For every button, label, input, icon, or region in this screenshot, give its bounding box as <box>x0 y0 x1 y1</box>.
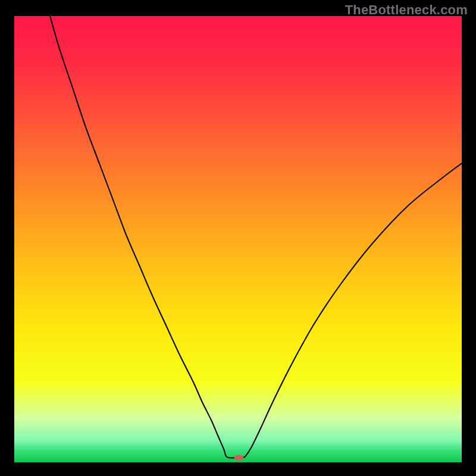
plot-area <box>14 16 462 462</box>
bottleneck-plot-svg <box>14 16 462 462</box>
current-point-marker <box>234 455 244 461</box>
gradient-background <box>14 16 462 462</box>
chart-frame: TheBottleneck.com <box>0 0 476 476</box>
watermark-text: TheBottleneck.com <box>345 2 468 18</box>
